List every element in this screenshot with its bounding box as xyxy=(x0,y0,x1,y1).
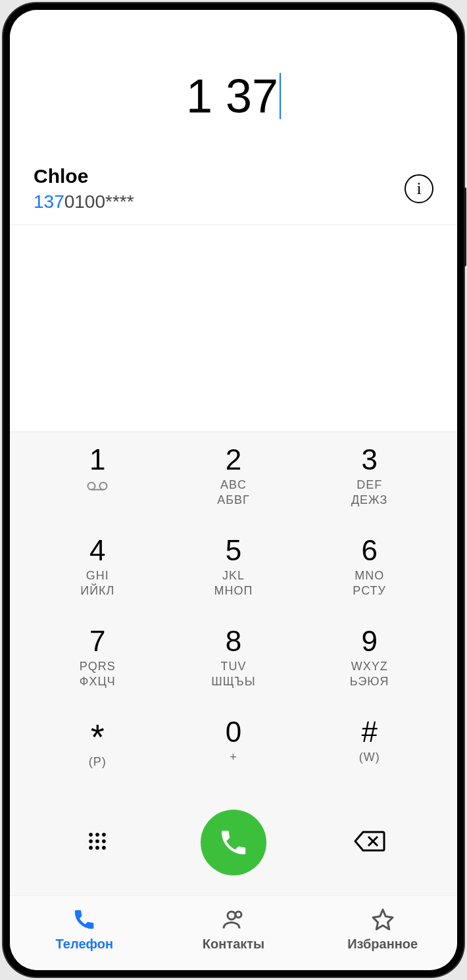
key-sub1: (P) xyxy=(89,755,107,769)
nav-label: Телефон xyxy=(56,937,113,952)
key-sub1: PQRS xyxy=(80,660,116,674)
key-star[interactable]: * (P) xyxy=(30,718,166,803)
key-sub2: ШЩЪЫ xyxy=(211,675,256,689)
action-row xyxy=(10,803,457,895)
digit-label: 8 xyxy=(226,627,241,656)
key-sub2: ФХЦЧ xyxy=(80,675,116,689)
backspace-button[interactable] xyxy=(354,829,385,856)
key-sub2: РСТУ xyxy=(353,584,386,598)
star-icon xyxy=(371,908,395,931)
svg-point-14 xyxy=(228,912,235,919)
digit-label: 5 xyxy=(226,536,241,565)
key-sub1: (W) xyxy=(359,750,380,764)
nav-contacts[interactable]: Контакты xyxy=(159,908,308,952)
digit-label: 6 xyxy=(361,536,377,565)
text-cursor xyxy=(280,73,281,119)
contact-name: Chloe xyxy=(34,165,405,187)
digit-label: 2 xyxy=(226,445,241,474)
svg-point-0 xyxy=(88,483,95,490)
phone-icon xyxy=(218,827,249,858)
empty-space xyxy=(10,225,457,431)
contact-number: 1370100**** xyxy=(34,191,405,212)
digit-label: 1 xyxy=(89,445,105,474)
key-9[interactable]: 9 WXYZ ЬЭЮЯ xyxy=(301,627,437,712)
key-8[interactable]: 8 TUV ШЩЪЫ xyxy=(166,627,302,712)
digit-label: 3 xyxy=(361,445,377,474)
key-sub1: TUV xyxy=(220,660,246,674)
digit-label: 0 xyxy=(226,718,241,747)
digit-label: # xyxy=(361,718,377,747)
svg-point-11 xyxy=(102,846,106,850)
digit-label: 7 xyxy=(89,627,105,656)
side-button xyxy=(464,187,466,266)
nav-favorites[interactable]: Избранное xyxy=(308,908,457,952)
key-sub1: WXYZ xyxy=(351,660,388,674)
key-sub2: МНОП xyxy=(214,584,253,598)
dialed-number-text: 1 37 xyxy=(186,69,278,123)
contacts-icon xyxy=(222,908,245,931)
dialer-top-section: 1 37 Chloe 1370100**** i xyxy=(10,10,457,225)
backspace-icon xyxy=(354,829,385,853)
info-icon[interactable]: i xyxy=(405,174,433,203)
svg-point-3 xyxy=(89,833,93,837)
phone-device-frame: 1 37 Chloe 1370100**** i 1 xyxy=(3,3,464,977)
nav-label: Избранное xyxy=(347,937,418,952)
svg-point-8 xyxy=(102,839,106,843)
key-sub1: JKL xyxy=(222,569,245,583)
key-sub2: АБВГ xyxy=(217,493,250,507)
screen: 1 37 Chloe 1370100**** i 1 xyxy=(10,10,457,970)
svg-point-7 xyxy=(95,839,99,843)
key-sub1: DEF xyxy=(356,478,382,492)
svg-point-15 xyxy=(235,912,241,918)
key-1[interactable]: 1 xyxy=(30,445,166,531)
svg-point-5 xyxy=(102,833,106,837)
svg-point-9 xyxy=(89,846,93,850)
key-3[interactable]: 3 DEF ДЕЖЗ xyxy=(301,445,437,531)
key-sub1: ABC xyxy=(220,478,247,492)
contact-suggestion-info: Chloe 1370100**** xyxy=(34,165,405,212)
key-sub2: ЬЭЮЯ xyxy=(350,675,389,689)
key-6[interactable]: 6 MNO РСТУ xyxy=(301,536,437,622)
bottom-nav: Телефон Контакты Избранное xyxy=(10,895,457,970)
key-hash[interactable]: # (W) xyxy=(301,718,437,803)
contact-suggestion-row[interactable]: Chloe 1370100**** i xyxy=(10,156,457,225)
key-sub2: ИЙКЛ xyxy=(80,584,114,598)
nav-label: Контакты xyxy=(203,937,264,952)
digit-label: * xyxy=(91,723,105,751)
key-5[interactable]: 5 JKL МНОП xyxy=(166,536,302,622)
phone-icon xyxy=(72,908,96,931)
svg-point-6 xyxy=(89,839,93,843)
svg-point-10 xyxy=(95,846,99,850)
key-7[interactable]: 7 PQRS ФХЦЧ xyxy=(30,627,166,712)
svg-point-4 xyxy=(95,833,99,837)
keypad: 1 2 ABC АБВГ 3 DEF ДЕЖЗ 4 GHI ИЙКЛ xyxy=(10,431,457,803)
key-sub1: GHI xyxy=(86,569,109,583)
key-sub2: ДЕЖЗ xyxy=(351,493,388,507)
svg-point-1 xyxy=(100,483,107,490)
contact-number-match: 137 xyxy=(34,191,64,212)
digit-label: 4 xyxy=(89,536,105,565)
nav-phone[interactable]: Телефон xyxy=(10,908,159,952)
call-button[interactable] xyxy=(201,810,266,875)
contact-number-rest: 0100**** xyxy=(64,191,134,212)
key-4[interactable]: 4 GHI ИЙКЛ xyxy=(30,536,166,622)
digit-label: 9 xyxy=(361,627,377,656)
dialpad-grid-icon[interactable] xyxy=(86,830,109,855)
key-2[interactable]: 2 ABC АБВГ xyxy=(166,445,302,531)
key-0[interactable]: 0 + xyxy=(166,718,302,803)
dialed-number-display[interactable]: 1 37 xyxy=(10,49,457,156)
key-sub1: MNO xyxy=(355,569,384,583)
key-sub1: + xyxy=(230,750,237,764)
voicemail-icon xyxy=(87,481,108,494)
